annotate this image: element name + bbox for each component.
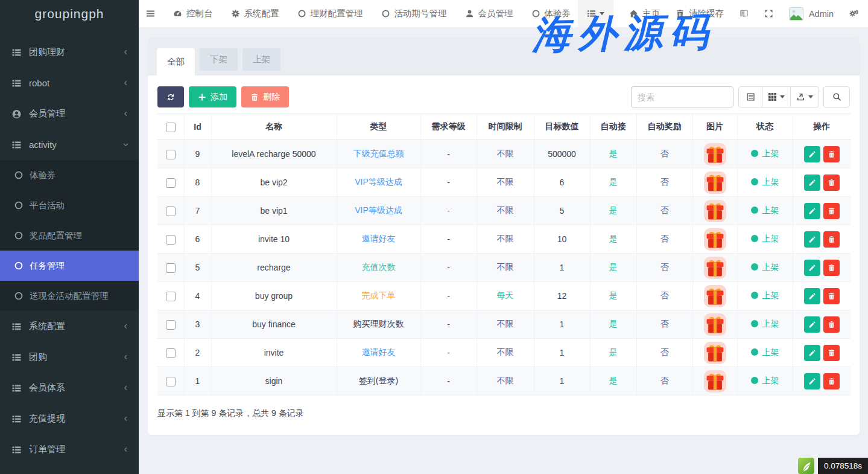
table-row: 7be vip1VIP等级达成-不限5是否上架 xyxy=(157,197,851,225)
pencil-icon xyxy=(808,235,816,243)
row-checkbox[interactable] xyxy=(166,263,176,273)
row-delete-button[interactable] xyxy=(823,203,840,219)
sidebar-item-订单管理[interactable]: 订单管理 xyxy=(0,434,139,465)
top-navbar: 控制台系统配置理财配置管理活动期号管理会员管理体验券 主页清除缓存Admin xyxy=(139,0,868,27)
refresh-button[interactable] xyxy=(157,86,184,107)
sidebar-subitem-奖品配置管理[interactable]: 奖品配置管理 xyxy=(0,220,139,251)
edit-button[interactable] xyxy=(804,373,820,389)
nav-item-活动期号管理[interactable]: 活动期号管理 xyxy=(381,0,447,27)
cell-type-value: 签到(登录) xyxy=(359,376,398,385)
nav-item-fullscreen[interactable] xyxy=(764,0,773,27)
row-delete-button[interactable] xyxy=(823,231,840,248)
row-checkbox[interactable] xyxy=(166,377,176,386)
row-checkbox[interactable] xyxy=(166,235,176,245)
nav-item-clear-cache[interactable]: 清除缓存 xyxy=(676,0,724,27)
row-delete-button[interactable] xyxy=(823,316,840,333)
edit-button[interactable] xyxy=(804,345,820,361)
sidebar-item-会员管理[interactable]: 会员管理 xyxy=(0,98,139,129)
sidebar: groupingph 团购理财robot会员管理activity体验券平台活动奖… xyxy=(0,0,139,474)
sidebar-item-充值提现[interactable]: 充值提现 xyxy=(0,403,139,434)
cell-auto-accept: 是 xyxy=(590,339,636,367)
sidebar-item-label: 团购 xyxy=(29,351,122,363)
row-checkbox-cell xyxy=(157,225,184,254)
row-checkbox-cell xyxy=(157,197,184,225)
cell-id-value: 8 xyxy=(195,178,200,187)
edit-button[interactable] xyxy=(804,288,820,304)
nav-item-理财配置管理[interactable]: 理财配置管理 xyxy=(297,0,363,27)
nav-item-会员管理[interactable]: 会员管理 xyxy=(465,0,513,27)
sidebar-subitem-平台活动[interactable]: 平台活动 xyxy=(0,190,139,220)
nav-item-menu-dropdown[interactable] xyxy=(578,0,613,27)
sidebar-subitem-体验券[interactable]: 体验券 xyxy=(0,160,139,190)
sidebar-item-activity[interactable]: activity xyxy=(0,129,139,160)
tab-全部[interactable]: 全部 xyxy=(157,48,195,75)
status-label: 上架 xyxy=(762,347,779,357)
nav-item-系统配置[interactable]: 系统配置 xyxy=(231,0,279,27)
sidebar-item-会员体系[interactable]: 会员体系 xyxy=(0,373,139,403)
trash-icon xyxy=(828,235,835,243)
grid-icon xyxy=(768,92,777,101)
nav-item-体验券[interactable]: 体验券 xyxy=(531,0,571,27)
row-actions xyxy=(797,260,847,276)
cell-auto-accept: 是 xyxy=(590,140,636,168)
status-badge: 上架 xyxy=(751,205,779,215)
detail-view-button[interactable] xyxy=(738,86,762,107)
pencil-icon xyxy=(808,264,816,272)
nav-item-admin[interactable]: Admin xyxy=(789,0,834,27)
main-area: 控制台系统配置理财配置管理活动期号管理会员管理体验券 主页清除缓存Admin 海… xyxy=(139,0,868,474)
search-button[interactable] xyxy=(823,86,850,107)
search-input[interactable] xyxy=(631,86,733,107)
edit-button[interactable] xyxy=(804,231,820,248)
app-root: groupingph 团购理财robot会员管理activity体验券平台活动奖… xyxy=(0,0,868,474)
columns-button[interactable] xyxy=(762,86,791,107)
row-checkbox[interactable] xyxy=(166,207,176,216)
edit-button[interactable] xyxy=(804,260,820,276)
edit-button[interactable] xyxy=(804,146,820,162)
row-checkbox[interactable] xyxy=(166,292,176,301)
cell-image xyxy=(692,310,737,339)
row-checkbox[interactable] xyxy=(166,348,176,358)
cell-type: 完成下单 xyxy=(337,282,420,310)
nav-item-控制台[interactable]: 控制台 xyxy=(173,0,213,27)
select-all-checkbox[interactable] xyxy=(166,123,176,132)
cell-target-value: 1 xyxy=(560,263,565,272)
delete-button[interactable]: 删除 xyxy=(241,86,289,107)
nav-item-settings[interactable] xyxy=(849,0,858,27)
sidebar-item-robot[interactable]: robot xyxy=(0,68,139,98)
record-summary: 显示第 1 到第 9 条记录，总共 9 条记录 xyxy=(157,408,850,419)
row-delete-button[interactable] xyxy=(823,175,840,191)
cell-time-limit: 每天 xyxy=(477,282,534,310)
row-delete-button[interactable] xyxy=(823,260,840,276)
sidebar-item-团购理财[interactable]: 团购理财 xyxy=(0,37,139,68)
edit-button[interactable] xyxy=(804,203,820,219)
cell-auto-reward-value: 否 xyxy=(661,205,669,215)
cell-auto-reward: 否 xyxy=(636,339,692,367)
sidebar-item-系统配置[interactable]: 系统配置 xyxy=(0,311,139,342)
tab-下架[interactable]: 下架 xyxy=(200,48,238,71)
row-delete-button[interactable] xyxy=(823,288,840,304)
nav-item-language[interactable] xyxy=(740,0,749,27)
edit-button[interactable] xyxy=(804,316,820,333)
nav-item-home[interactable]: 主页 xyxy=(629,0,660,27)
export-button[interactable] xyxy=(790,86,819,107)
row-delete-button[interactable] xyxy=(823,373,840,389)
sidebar-item-团购[interactable]: 团购 xyxy=(0,342,139,373)
cell-status: 上架 xyxy=(737,282,793,310)
tab-上架[interactable]: 上架 xyxy=(242,48,280,71)
row-checkbox[interactable] xyxy=(166,150,176,159)
cell-target-value: 6 xyxy=(560,178,565,187)
header-checkbox-cell xyxy=(157,114,184,140)
row-checkbox-cell xyxy=(157,310,184,339)
cell-level-value: - xyxy=(447,291,450,301)
add-button[interactable]: 添加 xyxy=(189,86,236,107)
row-delete-button[interactable] xyxy=(823,146,840,162)
sidebar-subitem-送现金活动配置管理[interactable]: 送现金活动配置管理 xyxy=(0,281,139,311)
caret-down-icon xyxy=(808,95,813,98)
edit-button[interactable] xyxy=(804,175,820,191)
row-checkbox[interactable] xyxy=(166,178,176,188)
row-delete-button[interactable] xyxy=(823,345,840,361)
home-icon xyxy=(629,9,638,18)
sidebar-toggle-button[interactable] xyxy=(146,0,155,27)
sidebar-subitem-任务管理[interactable]: 任务管理 xyxy=(0,251,139,281)
row-checkbox[interactable] xyxy=(166,320,176,330)
